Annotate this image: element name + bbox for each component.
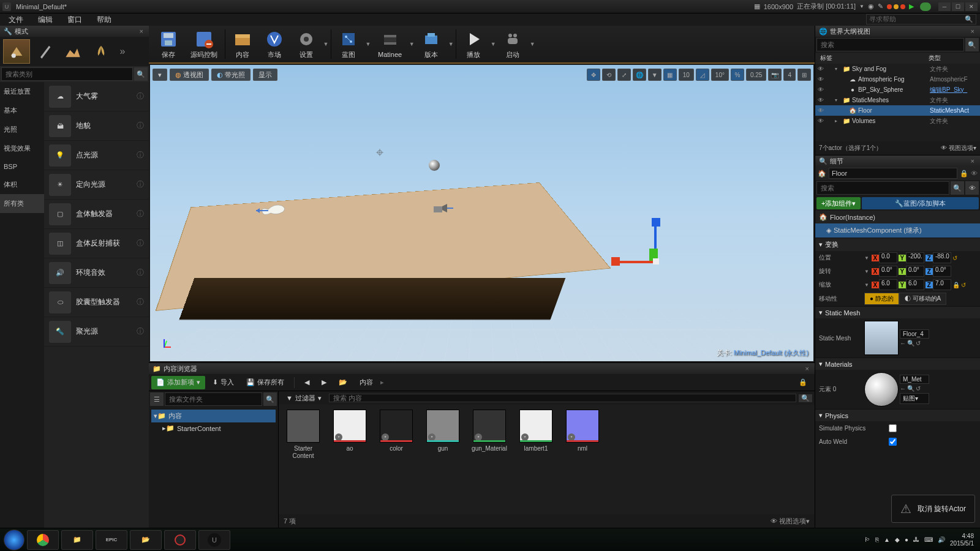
maximize-button[interactable]: ☐ [952, 2, 964, 11]
tb-version-drop[interactable]: ▼ [447, 27, 454, 61]
tray-clock[interactable]: 4:482015/5/1 [950, 533, 974, 547]
cat-materials[interactable]: ▾ Materials [815, 358, 980, 370]
cat-lights[interactable]: 光照 [0, 120, 44, 139]
cat-visual[interactable]: 视觉效果 [0, 139, 44, 158]
details-blueprint-script[interactable]: 🔧 蓝图/添加脚本 [862, 197, 979, 209]
sm-use[interactable]: ← [900, 340, 906, 347]
place-item[interactable]: 🏔地貌ⓘ [44, 111, 149, 141]
asset-item[interactable]: Starter Content [284, 410, 323, 460]
vp-snap-grid-icon[interactable]: ▦ [663, 69, 677, 81]
info-icon[interactable]: ⓘ [137, 238, 144, 249]
place-item[interactable]: ◫盒体反射捕获ⓘ [44, 229, 149, 258]
staticmesh-thumb[interactable] [864, 321, 899, 355]
rec-dot-stop[interactable] [894, 4, 899, 9]
place-item[interactable]: ▢盒体触发器ⓘ [44, 200, 149, 229]
rec-dot-red2[interactable] [900, 4, 905, 9]
minimize-button[interactable]: ─ [938, 2, 951, 11]
scl-x[interactable]: 6.0 [879, 279, 897, 290]
tb-settings-drop[interactable]: ▼ [322, 27, 330, 61]
tray-input[interactable]: ⌨ [924, 536, 933, 543]
details-search[interactable] [816, 181, 949, 195]
cb-sources-toggle[interactable]: ☰ [150, 392, 164, 406]
rec-dot-red[interactable] [887, 4, 892, 9]
pos-reset[interactable]: ↺ [952, 255, 957, 261]
task-folder[interactable]: 📂 [130, 530, 162, 550]
cat-transform[interactable]: ▾ 变换 [815, 238, 980, 251]
vp-snap-angle[interactable]: 10° [711, 69, 729, 81]
asset-item[interactable]: *gun [423, 410, 462, 460]
cb-nav-back[interactable]: ◀ [300, 376, 314, 389]
material-thumb[interactable] [864, 372, 899, 407]
cb-search-assets-btn[interactable]: 🔍 [799, 394, 812, 402]
rot-z[interactable]: 0.0° [933, 266, 951, 277]
tray-flag[interactable]: 🏳 [864, 536, 870, 543]
visibility-icon[interactable]: 👁 [816, 76, 825, 83]
place-item[interactable]: 🔊环境音效ⓘ [44, 258, 149, 288]
content-browser-close[interactable]: × [804, 365, 811, 372]
info-icon[interactable]: ⓘ [137, 179, 144, 190]
mob-movable[interactable]: ◐ 可移动的A [899, 293, 946, 305]
scl-y[interactable]: 6.0 [906, 279, 924, 290]
cb-path-folder-icon[interactable]: 📂 [334, 376, 352, 389]
pencil-icon[interactable]: ✎ [878, 2, 883, 10]
info-icon[interactable]: ⓘ [137, 150, 144, 160]
tree-content-root[interactable]: ▾📁 内容 [151, 410, 276, 422]
cb-search-folders-btn[interactable]: 🔍 [263, 392, 277, 406]
task-ue4[interactable]: U [198, 530, 230, 550]
comp-staticmesh[interactable]: ◈ StaticMeshComponent (继承) [815, 223, 980, 238]
pos-y[interactable]: -200. [906, 252, 924, 263]
task-chrome[interactable] [27, 530, 59, 550]
tb-play[interactable]: 播放 [458, 27, 489, 61]
details-close[interactable]: × [969, 157, 976, 165]
tray-arrow[interactable]: ▲ [884, 536, 890, 543]
menu-window[interactable]: 窗口 [62, 13, 87, 26]
scl-lock[interactable]: 🔒 [952, 282, 960, 288]
cb-view-options[interactable]: 👁 视图选项▾ [771, 517, 810, 526]
place-item[interactable]: ☀定向光源ⓘ [44, 170, 149, 200]
mode-landscape[interactable] [59, 39, 86, 64]
vp-snap-scale[interactable]: 0.25 [746, 69, 766, 81]
asset-item[interactable]: *lambert1 [516, 410, 556, 460]
menu-help[interactable]: 帮助 [92, 13, 116, 26]
pos-x[interactable]: 0.0 [879, 252, 897, 263]
menu-edit[interactable]: 编辑 [33, 13, 58, 26]
mat-reset[interactable]: ↺ [916, 385, 921, 392]
staticmesh-value[interactable]: Floor_4 [900, 329, 929, 339]
details-eye-btn[interactable]: 👁 [965, 181, 979, 195]
tb-matinee-drop[interactable]: ▼ [408, 27, 415, 61]
tray-app2[interactable]: ● [905, 536, 908, 543]
tray-action[interactable]: ⎘ [875, 536, 879, 543]
tree-starter-content[interactable]: ▸📁 StarterContent [151, 422, 276, 434]
tb-blueprint[interactable]: 蓝图 [333, 27, 364, 61]
modes-search-button[interactable]: 🔍 [134, 67, 148, 81]
shield-icon[interactable] [920, 2, 931, 11]
scl-reset[interactable]: ↺ [961, 282, 966, 288]
cat-volumes[interactable]: 体积 [0, 175, 44, 194]
outliner-view-options[interactable]: 👁 视图选项▾ [941, 144, 976, 152]
tb-matinee[interactable]: Matinee [372, 27, 408, 61]
tray-net[interactable]: 🖧 [913, 536, 919, 543]
outliner-close[interactable]: × [969, 28, 976, 35]
info-icon[interactable]: ⓘ [137, 91, 144, 102]
vp-tool-translate[interactable]: ✥ [587, 69, 600, 81]
menu-file[interactable]: 文件 [4, 13, 28, 26]
vp-snap-angle-icon[interactable]: ◿ [696, 69, 709, 81]
info-icon[interactable]: ⓘ [137, 326, 144, 337]
vp-tool-rotate[interactable]: ⟲ [602, 69, 616, 81]
cat-physics[interactable]: ▾ Physics [815, 409, 980, 421]
task-recorder[interactable] [164, 530, 196, 550]
details-name-lock[interactable]: 🔒 [960, 170, 968, 178]
close-button[interactable]: ✕ [965, 2, 978, 11]
tray-app1[interactable]: ◆ [895, 536, 900, 543]
outliner-col-type[interactable]: 类型 [929, 54, 978, 62]
tb-blueprint-drop[interactable]: ▼ [364, 27, 372, 61]
cat-all[interactable]: 所有类 [0, 194, 44, 213]
cat-staticmesh[interactable]: ▾ Static Mesh [815, 306, 980, 318]
task-explorer[interactable]: 📁 [61, 530, 93, 550]
cb-path[interactable]: 内容 [355, 376, 378, 389]
outliner-row[interactable]: 👁▾📁Sky and Fog文件夹 [815, 64, 980, 74]
vp-tool-scale[interactable]: ⤢ [617, 69, 631, 81]
cb-add-new[interactable]: 📄 添加新项 ▾ [151, 376, 205, 389]
cb-nav-fwd[interactable]: ▶ [317, 376, 331, 389]
mode-expand[interactable]: » [115, 39, 130, 64]
